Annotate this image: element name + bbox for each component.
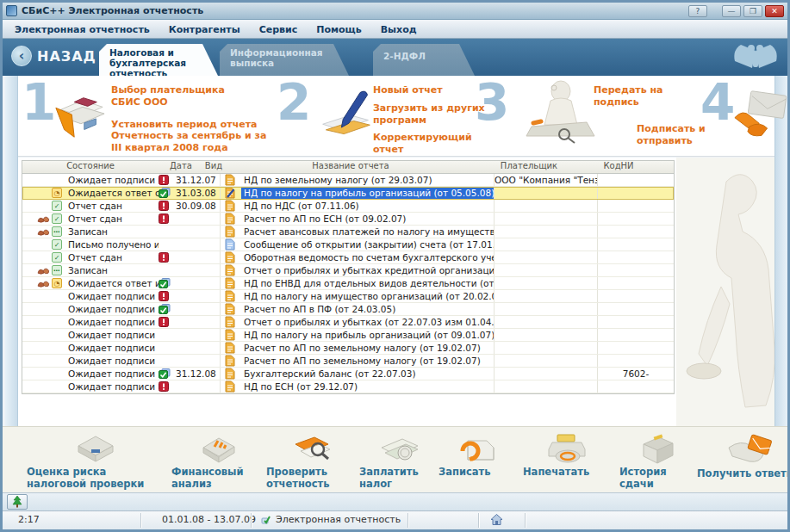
tab-tax-accounting-reports[interactable]: Налоговая и бухгалтерская отчетность	[99, 44, 218, 76]
table-row[interactable]: Ожидает подписиНД по ЕСН (от 29.12.07)	[22, 380, 674, 393]
table-row[interactable]: Ожидает подписиРасчет по АП по земельном…	[22, 355, 674, 368]
menu-item-service[interactable]: Сервис	[259, 24, 298, 35]
menu-item-help[interactable]: Помощь	[316, 24, 361, 35]
table-row[interactable]: Ожидает подписиРасчет по АП по земельном…	[22, 342, 674, 355]
column-header-5: КодНИ	[581, 161, 656, 173]
set-period-link[interactable]: Установить период отчета	[111, 119, 275, 131]
menu-item-counterparties[interactable]: Контрагенты	[169, 24, 240, 35]
tool-financial-analysis[interactable]: Финансовый анализ	[171, 432, 266, 491]
cell-code	[598, 316, 674, 328]
cell-report-name: Бухгалтерский баланс (от 22.07.03)	[241, 368, 495, 380]
cell-kind-icon	[221, 368, 241, 380]
cell-flag	[159, 264, 176, 276]
table-row[interactable]: ⋯ЗаписанРасчет авансовых платежей по нал…	[22, 226, 674, 238]
document-icon	[225, 213, 235, 225]
cell-payer	[495, 303, 598, 315]
cell-date	[176, 238, 221, 251]
tool-save[interactable]: Записать	[439, 432, 518, 479]
cell-status: Ожидает подписи	[65, 303, 159, 315]
table-row[interactable]: ◔Ожидается ответ опер31.03.08НД по налог…	[22, 187, 674, 200]
cell-flag	[159, 329, 176, 341]
cell-flag	[159, 355, 176, 367]
status-done-icon: ✓	[52, 201, 62, 211]
red-flag-icon	[159, 252, 169, 263]
menu-item-reporting[interactable]: Электронная отчетность	[15, 24, 150, 35]
status-done-icon: ✓	[52, 213, 62, 224]
table-row[interactable]: Ожидает подписи31.12.08Бухгалтерский бал…	[22, 368, 674, 380]
cell-kind-icon	[221, 200, 241, 212]
cell-status: Записан	[65, 264, 159, 276]
cell-status-icon: ◔	[52, 187, 65, 199]
home-icon[interactable]	[490, 513, 503, 529]
cell-status: Ожидается ответ инсп	[65, 277, 159, 289]
menu-bar: Электронная отчетностьКонтрагентыСервисП…	[3, 21, 787, 39]
tool-history[interactable]: История сдачи	[619, 432, 695, 491]
steps-panel: 1 Выбор плательщика СБИС ООО Установить …	[18, 76, 774, 157]
back-button[interactable]: ‹ НАЗАД	[11, 46, 96, 66]
maximize-button[interactable]: ❐	[743, 5, 762, 17]
table-row[interactable]: Ожидает подписи31.12.07НД по земельному …	[22, 174, 674, 187]
correcting-report-link[interactable]: Корректирующий отчет	[373, 132, 502, 156]
table-row[interactable]: Ожидает подписиОтчет о прибылях и убытка…	[22, 316, 674, 329]
send-for-signature-link[interactable]: Передать на подпись	[594, 84, 671, 108]
tab-info-statement[interactable]: Информационная выписка	[220, 44, 349, 76]
pay-tax-icon	[359, 432, 439, 465]
table-row[interactable]: ⋯ЗаписанОтчет о прибылях и убытках креди…	[22, 264, 674, 277]
table-row[interactable]: ✓Отчет сданОборотная ведомость по счетам…	[22, 251, 674, 264]
tool-check-reports[interactable]: Проверить отчетность	[266, 432, 356, 491]
cell-status: Ожидает подписи	[65, 342, 159, 354]
table-row[interactable]: ✓Письмо получено инспСообщение об открыт…	[22, 238, 674, 251]
cell-payer	[495, 213, 598, 225]
tree-navigator-icon[interactable]	[7, 494, 28, 510]
cell-status-icon: ◔	[52, 277, 65, 289]
table-row[interactable]: ✓Отчет сданРасчет по АП по ЕСН (от 09.02…	[22, 213, 674, 226]
cell-kind-icon	[221, 226, 241, 238]
tool-get-answers[interactable]: Получить ответы	[697, 432, 790, 480]
tool-pay-tax[interactable]: Заплатить налог	[359, 432, 439, 491]
cell-report-name: Расчет по АП по ЕСН (от 09.02.07)	[241, 213, 495, 225]
table-row[interactable]: Ожидает подписиРасчет по АП в ПФ (от 24.…	[22, 303, 674, 316]
cell-status: Отчет сдан	[65, 213, 159, 225]
cell-kind-icon	[221, 342, 241, 354]
column-header-4: Плательщик	[477, 161, 581, 173]
status-saved-icon: ⋯	[52, 265, 62, 275]
table-row[interactable]: Ожидает подписиНД по налогу на прибыль о…	[22, 329, 674, 342]
period-value-link[interactable]: Отчетность за сентябрь и за III квартал …	[111, 130, 275, 154]
tool-label: Напечатать	[523, 467, 613, 479]
cell-payer	[495, 277, 598, 289]
table-row[interactable]: ✓Отчет сдан30.09.08НД по НДС (от 07.11.0…	[22, 200, 674, 213]
document-icon	[225, 342, 235, 354]
red-flag-icon	[159, 317, 169, 327]
help-button[interactable]: ?	[688, 5, 707, 17]
cell-status: Ожидает подписи	[65, 329, 159, 341]
cell-report-name: Расчет по АП по земельному налогу (от 19…	[241, 342, 495, 354]
minimize-button[interactable]: —	[722, 5, 741, 17]
hands-icon	[37, 279, 50, 288]
menu-item-exit[interactable]: Выход	[381, 24, 417, 35]
document-icon	[225, 264, 235, 276]
title-bar: СБиС++ Электронная отчетность ? — ❐ ✕	[3, 3, 787, 20]
tab-2ndfl[interactable]: 2-НДФЛ	[373, 44, 475, 76]
cell-code	[598, 187, 674, 199]
close-button[interactable]: ✕	[765, 5, 784, 17]
tool-risk-assessment[interactable]: Оценка риска налоговой проверки	[27, 432, 165, 491]
table-row[interactable]: Ожидает подписиНД по налогу на имущество…	[22, 290, 674, 303]
tool-print[interactable]: Напечатать	[523, 432, 613, 479]
cell-status-icon	[52, 174, 65, 186]
hands-icon	[37, 227, 50, 237]
cell-code	[598, 380, 674, 393]
choose-payer-link[interactable]: Выбор плательщика	[111, 84, 275, 96]
payer-value-link[interactable]: СБИС ООО	[111, 96, 275, 108]
status-done-icon: ✓	[52, 252, 62, 263]
cell-status: Ожидает подписи	[65, 380, 159, 393]
cell-date	[176, 251, 221, 263]
cell-report-name: Отчет о прибылях и убытках кредитной орг…	[241, 264, 495, 276]
cell-payer	[495, 187, 598, 199]
cell-status-icon: ✓	[52, 251, 65, 263]
tool-label: Получить ответы	[697, 468, 790, 480]
table-row[interactable]: ◔Ожидается ответ инспНД по ЕНВД для отде…	[22, 277, 674, 290]
cell-date	[176, 213, 221, 225]
cell-kind-icon	[221, 290, 241, 302]
print-icon	[523, 432, 613, 465]
cell-payer	[495, 355, 598, 367]
